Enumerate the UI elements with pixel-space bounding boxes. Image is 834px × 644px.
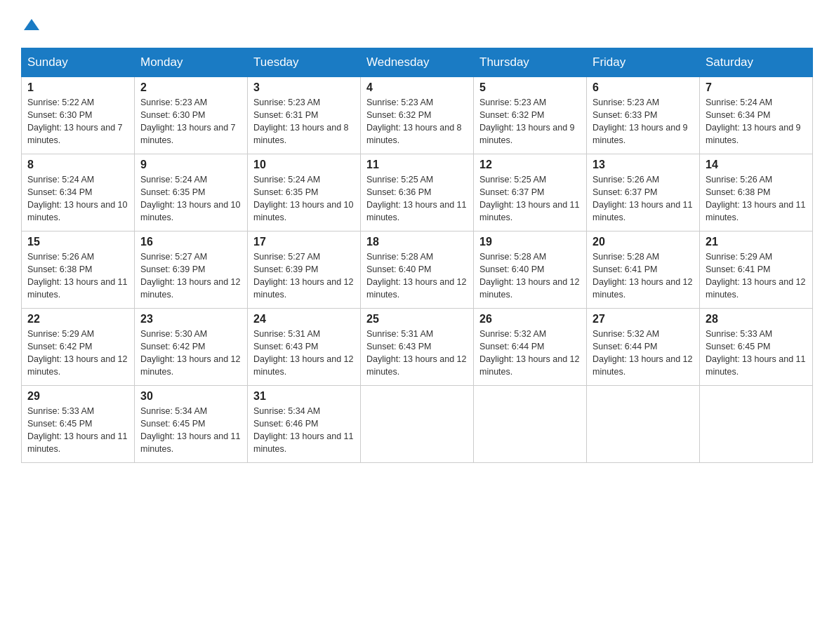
day-info: Sunrise: 5:30 AMSunset: 6:42 PMDaylight:…: [140, 329, 240, 377]
table-row: 10 Sunrise: 5:24 AMSunset: 6:35 PMDaylig…: [248, 154, 361, 232]
day-number: 27: [593, 313, 694, 326]
day-info: Sunrise: 5:32 AMSunset: 6:44 PMDaylight:…: [479, 329, 579, 377]
day-number: 2: [140, 81, 241, 94]
day-info: Sunrise: 5:33 AMSunset: 6:45 PMDaylight:…: [706, 329, 805, 377]
day-info: Sunrise: 5:22 AMSunset: 6:30 PMDaylight:…: [27, 98, 123, 145]
day-info: Sunrise: 5:33 AMSunset: 6:45 PMDaylight:…: [27, 406, 127, 454]
day-info: Sunrise: 5:24 AMSunset: 6:35 PMDaylight:…: [140, 175, 240, 222]
day-number: 12: [479, 159, 581, 171]
day-number: 4: [366, 81, 468, 94]
calendar-header-row: Sunday Monday Tuesday Wednesday Thursday…: [22, 48, 813, 77]
svg-marker-0: [24, 19, 39, 30]
table-row: [474, 386, 587, 463]
day-info: Sunrise: 5:28 AMSunset: 6:41 PMDaylight:…: [593, 252, 692, 300]
calendar-week-row: 29 Sunrise: 5:33 AMSunset: 6:45 PMDaylig…: [22, 386, 813, 463]
day-number: 16: [140, 236, 241, 248]
calendar-table: Sunday Monday Tuesday Wednesday Thursday…: [21, 48, 813, 463]
day-number: 19: [479, 236, 581, 248]
day-info: Sunrise: 5:24 AMSunset: 6:34 PMDaylight:…: [27, 175, 127, 222]
day-number: 11: [366, 159, 468, 171]
table-row: 5 Sunrise: 5:23 AMSunset: 6:32 PMDayligh…: [474, 77, 587, 154]
day-number: 26: [479, 313, 581, 326]
table-row: 2 Sunrise: 5:23 AMSunset: 6:30 PMDayligh…: [135, 77, 248, 154]
day-number: 14: [706, 159, 807, 171]
table-row: 20 Sunrise: 5:28 AMSunset: 6:41 PMDaylig…: [587, 232, 700, 309]
day-info: Sunrise: 5:24 AMSunset: 6:35 PMDaylight:…: [253, 175, 353, 222]
day-number: 18: [366, 236, 468, 248]
logo-triangle-icon: [24, 18, 39, 33]
day-info: Sunrise: 5:24 AMSunset: 6:34 PMDaylight:…: [706, 98, 801, 145]
day-number: 29: [27, 390, 128, 403]
day-number: 25: [366, 313, 468, 326]
day-number: 6: [593, 81, 694, 94]
day-info: Sunrise: 5:23 AMSunset: 6:32 PMDaylight:…: [479, 98, 575, 145]
table-row: 21 Sunrise: 5:29 AMSunset: 6:41 PMDaylig…: [700, 232, 813, 309]
table-row: 15 Sunrise: 5:26 AMSunset: 6:38 PMDaylig…: [22, 232, 135, 309]
table-row: [587, 386, 700, 463]
day-number: 21: [706, 236, 807, 248]
table-row: 27 Sunrise: 5:32 AMSunset: 6:44 PMDaylig…: [587, 309, 700, 386]
day-number: 31: [253, 390, 355, 403]
day-info: Sunrise: 5:23 AMSunset: 6:30 PMDaylight:…: [140, 98, 236, 145]
table-row: 7 Sunrise: 5:24 AMSunset: 6:34 PMDayligh…: [700, 77, 813, 154]
table-row: 18 Sunrise: 5:28 AMSunset: 6:40 PMDaylig…: [361, 232, 474, 309]
table-row: 1 Sunrise: 5:22 AMSunset: 6:30 PMDayligh…: [22, 77, 135, 154]
day-info: Sunrise: 5:29 AMSunset: 6:41 PMDaylight:…: [706, 252, 805, 300]
table-row: [361, 386, 474, 463]
day-info: Sunrise: 5:26 AMSunset: 6:37 PMDaylight:…: [593, 175, 692, 222]
calendar-week-row: 15 Sunrise: 5:26 AMSunset: 6:38 PMDaylig…: [22, 232, 813, 309]
table-row: 23 Sunrise: 5:30 AMSunset: 6:42 PMDaylig…: [135, 309, 248, 386]
calendar-week-row: 1 Sunrise: 5:22 AMSunset: 6:30 PMDayligh…: [22, 77, 813, 154]
day-info: Sunrise: 5:26 AMSunset: 6:38 PMDaylight:…: [706, 175, 805, 222]
day-info: Sunrise: 5:31 AMSunset: 6:43 PMDaylight:…: [366, 329, 466, 377]
day-info: Sunrise: 5:23 AMSunset: 6:32 PMDaylight:…: [366, 98, 462, 145]
day-number: 24: [253, 313, 355, 326]
day-number: 15: [27, 236, 128, 248]
header-wednesday: Wednesday: [361, 48, 474, 77]
day-info: Sunrise: 5:31 AMSunset: 6:43 PMDaylight:…: [253, 329, 353, 377]
table-row: 9 Sunrise: 5:24 AMSunset: 6:35 PMDayligh…: [135, 154, 248, 232]
table-row: 30 Sunrise: 5:34 AMSunset: 6:45 PMDaylig…: [135, 386, 248, 463]
table-row: 17 Sunrise: 5:27 AMSunset: 6:39 PMDaylig…: [248, 232, 361, 309]
day-info: Sunrise: 5:28 AMSunset: 6:40 PMDaylight:…: [366, 252, 466, 300]
day-info: Sunrise: 5:26 AMSunset: 6:38 PMDaylight:…: [27, 252, 127, 300]
day-info: Sunrise: 5:28 AMSunset: 6:40 PMDaylight:…: [479, 252, 579, 300]
calendar-week-row: 22 Sunrise: 5:29 AMSunset: 6:42 PMDaylig…: [22, 309, 813, 386]
table-row: 24 Sunrise: 5:31 AMSunset: 6:43 PMDaylig…: [248, 309, 361, 386]
day-info: Sunrise: 5:34 AMSunset: 6:45 PMDaylight:…: [140, 406, 240, 454]
day-number: 1: [27, 81, 128, 94]
day-number: 28: [706, 313, 807, 326]
table-row: 12 Sunrise: 5:25 AMSunset: 6:37 PMDaylig…: [474, 154, 587, 232]
table-row: 8 Sunrise: 5:24 AMSunset: 6:34 PMDayligh…: [22, 154, 135, 232]
day-number: 30: [140, 390, 241, 403]
day-info: Sunrise: 5:29 AMSunset: 6:42 PMDaylight:…: [27, 329, 127, 377]
table-row: [700, 386, 813, 463]
day-info: Sunrise: 5:27 AMSunset: 6:39 PMDaylight:…: [140, 252, 240, 300]
table-row: 31 Sunrise: 5:34 AMSunset: 6:46 PMDaylig…: [248, 386, 361, 463]
header-tuesday: Tuesday: [248, 48, 361, 77]
table-row: 14 Sunrise: 5:26 AMSunset: 6:38 PMDaylig…: [700, 154, 813, 232]
table-row: 28 Sunrise: 5:33 AMSunset: 6:45 PMDaylig…: [700, 309, 813, 386]
day-number: 23: [140, 313, 241, 326]
day-number: 10: [253, 159, 355, 171]
header-monday: Monday: [135, 48, 248, 77]
header-friday: Friday: [587, 48, 700, 77]
table-row: 26 Sunrise: 5:32 AMSunset: 6:44 PMDaylig…: [474, 309, 587, 386]
day-info: Sunrise: 5:25 AMSunset: 6:36 PMDaylight:…: [366, 175, 466, 222]
logo: [21, 14, 40, 35]
table-row: 13 Sunrise: 5:26 AMSunset: 6:37 PMDaylig…: [587, 154, 700, 232]
day-number: 20: [593, 236, 694, 248]
table-row: 29 Sunrise: 5:33 AMSunset: 6:45 PMDaylig…: [22, 386, 135, 463]
day-number: 13: [593, 159, 694, 171]
page-header: [21, 14, 813, 35]
table-row: 16 Sunrise: 5:27 AMSunset: 6:39 PMDaylig…: [135, 232, 248, 309]
table-row: 3 Sunrise: 5:23 AMSunset: 6:31 PMDayligh…: [248, 77, 361, 154]
header-thursday: Thursday: [474, 48, 587, 77]
day-number: 17: [253, 236, 355, 248]
day-number: 8: [27, 159, 128, 171]
day-number: 3: [253, 81, 355, 94]
day-number: 7: [706, 81, 807, 94]
day-info: Sunrise: 5:27 AMSunset: 6:39 PMDaylight:…: [253, 252, 353, 300]
table-row: 11 Sunrise: 5:25 AMSunset: 6:36 PMDaylig…: [361, 154, 474, 232]
day-number: 22: [27, 313, 128, 326]
